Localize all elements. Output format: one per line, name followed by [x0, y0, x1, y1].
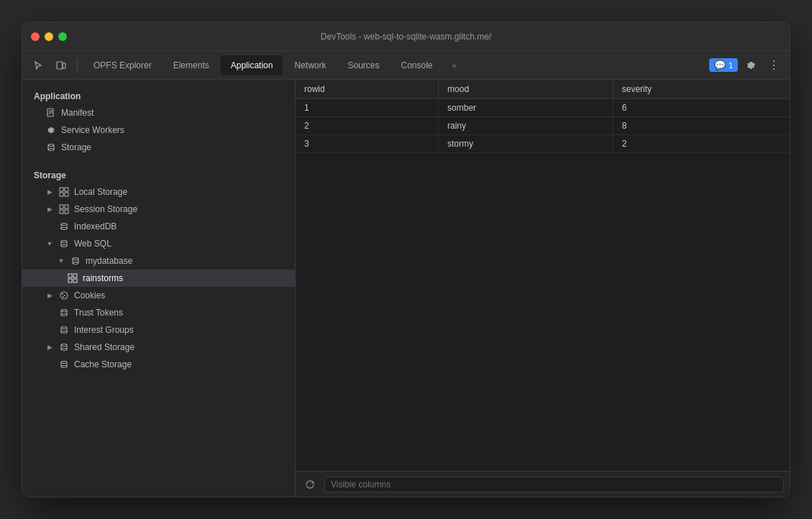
cell-severity: 2 — [613, 135, 790, 153]
grid-icon — [58, 203, 70, 215]
window-title: DevTools - web-sql-to-sqlite-wasm.glitch… — [321, 32, 491, 42]
gear-icon — [45, 124, 57, 136]
cell-rowid: 1 — [296, 99, 439, 117]
svg-rect-0 — [57, 62, 63, 69]
minimize-button[interactable] — [45, 32, 53, 41]
sidebar-item-shared-storage[interactable]: ▶ Shared Storage — [22, 339, 295, 356]
svg-point-30 — [61, 331, 67, 334]
tab-elements[interactable]: Elements — [163, 55, 219, 75]
manifest-label: Manifest — [61, 108, 93, 118]
cylinder-icon — [58, 238, 70, 249]
cell-mood: somber — [439, 99, 613, 117]
cylinder-icon — [70, 255, 81, 267]
cursor-icon — [32, 60, 44, 71]
cookie-icon — [58, 290, 70, 301]
more-options-button[interactable]: ⋮ — [764, 55, 784, 75]
toolbar: OPFS ExplorerElementsApplicationNetworkS… — [22, 51, 790, 80]
trust-tokens-label: Trust Tokens — [74, 308, 123, 318]
table-area[interactable]: rowid mood severity 1somber62rainy83stor… — [296, 80, 790, 471]
svg-point-28 — [61, 314, 67, 316]
local-storage-label: Local Storage — [74, 187, 127, 197]
svg-point-24 — [62, 293, 63, 295]
cell-severity: 8 — [613, 117, 790, 135]
cylinder-icon — [58, 359, 70, 370]
col-header-severity[interactable]: severity — [613, 80, 790, 99]
sidebar-item-cookies[interactable]: ▶ Cookies — [22, 287, 295, 304]
chevron-down-icon: ▼ — [45, 239, 54, 248]
cache-storage-label: Cache Storage — [74, 359, 132, 369]
interest-groups-label: Interest Groups — [74, 325, 134, 335]
table-row[interactable]: 3stormy2 — [296, 135, 790, 153]
notification-badge[interactable]: 💬 1 — [709, 58, 738, 72]
cell-rowid: 3 — [296, 135, 439, 153]
data-table: rowid mood severity 1somber62rainy83stor… — [296, 80, 790, 153]
session-storage-label: Session Storage — [74, 204, 137, 214]
svg-point-32 — [61, 349, 67, 351]
svg-point-15 — [61, 241, 67, 243]
table-row[interactable]: 1somber6 — [296, 99, 790, 117]
svg-point-25 — [64, 295, 65, 296]
gear-icon — [745, 60, 757, 71]
svg-point-26 — [63, 296, 64, 298]
cell-mood: stormy — [439, 135, 613, 153]
sidebar-item-session-storage[interactable]: ▶ Session Storage — [22, 201, 295, 218]
sidebar-item-interest-groups[interactable]: Interest Groups — [22, 321, 295, 339]
col-header-rowid[interactable]: rowid — [296, 80, 439, 99]
sidebar-item-trust-tokens[interactable]: Trust Tokens — [22, 304, 295, 321]
svg-point-16 — [61, 245, 67, 247]
sidebar: Application Manifest Service Workers — [22, 80, 296, 497]
tab-opfs[interactable]: OPFS Explorer — [83, 55, 162, 75]
sidebar-item-rainstorms[interactable]: rainstorms — [22, 270, 295, 287]
sidebar-item-mydatabase[interactable]: ▼ mydatabase — [22, 252, 295, 270]
toolbar-separator-1 — [77, 58, 78, 73]
shared-storage-label: Shared Storage — [74, 342, 134, 352]
sidebar-item-manifest[interactable]: Manifest — [22, 104, 295, 121]
svg-rect-9 — [60, 205, 63, 208]
tab-sources[interactable]: Sources — [337, 55, 389, 75]
storage-section-label: Storage — [22, 165, 295, 183]
grid-icon — [58, 186, 70, 198]
sidebar-item-cache-storage[interactable]: Cache Storage — [22, 356, 295, 373]
title-bar: DevTools - web-sql-to-sqlite-wasm.glitch… — [22, 22, 790, 51]
maximize-button[interactable] — [58, 32, 67, 41]
chat-icon: 💬 — [714, 60, 726, 70]
service-workers-label: Service Workers — [61, 125, 124, 135]
main-content: Application Manifest Service Workers — [22, 80, 790, 497]
table-row[interactable]: 2rainy8 — [296, 117, 790, 135]
sidebar-spacer — [22, 156, 295, 165]
tab-application[interactable]: Application — [221, 55, 283, 75]
svg-rect-19 — [68, 274, 72, 277]
svg-point-14 — [61, 228, 67, 230]
sidebar-item-web-sql[interactable]: ▼ Web SQL — [22, 235, 295, 252]
refresh-button[interactable] — [301, 476, 319, 493]
svg-rect-22 — [73, 279, 77, 283]
tab-console[interactable]: Console — [391, 55, 443, 75]
notification-count: 1 — [729, 61, 733, 70]
settings-button[interactable] — [741, 55, 761, 75]
svg-rect-7 — [60, 193, 63, 196]
sidebar-item-local-storage[interactable]: ▶ Local Storage — [22, 183, 295, 201]
cell-rowid: 2 — [296, 117, 439, 135]
web-sql-label: Web SQL — [74, 239, 111, 249]
col-header-mood[interactable]: mood — [439, 80, 613, 99]
rainstorms-label: rainstorms — [83, 273, 123, 283]
sidebar-item-indexeddb[interactable]: IndexedDB — [22, 218, 295, 235]
svg-rect-8 — [65, 193, 68, 196]
tab-network[interactable]: Network — [284, 55, 336, 75]
toolbar-tabs: OPFS ExplorerElementsApplicationNetworkS… — [83, 55, 443, 75]
device-icon — [55, 60, 67, 71]
cylinder-icon — [58, 341, 70, 353]
inspect-element-button[interactable] — [28, 55, 48, 75]
more-tabs-button[interactable]: » — [446, 57, 463, 74]
sidebar-item-service-workers[interactable]: Service Workers — [22, 121, 295, 139]
cylinder-icon — [58, 324, 70, 336]
svg-rect-6 — [65, 188, 68, 191]
traffic-lights — [31, 32, 67, 41]
svg-rect-21 — [68, 279, 72, 283]
sidebar-item-storage[interactable]: Storage — [22, 139, 295, 156]
storage-label: Storage — [61, 142, 91, 152]
device-toggle-button[interactable] — [51, 55, 71, 75]
close-button[interactable] — [31, 32, 40, 41]
visible-columns-input[interactable] — [324, 477, 784, 492]
chevron-right-icon: ▶ — [45, 188, 54, 196]
